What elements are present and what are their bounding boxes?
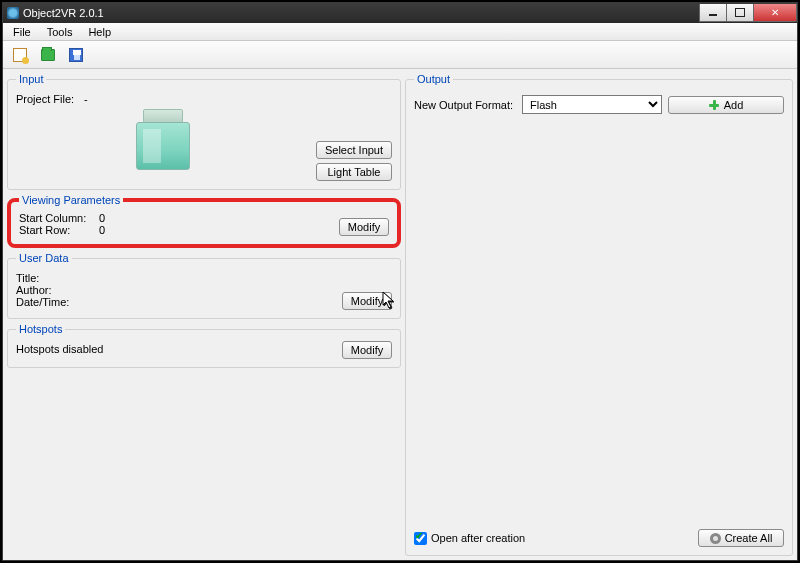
close-button[interactable] xyxy=(753,4,797,22)
start-row-label: Start Row: xyxy=(19,224,99,236)
hotspots-modify-button[interactable]: Modify xyxy=(342,341,392,359)
open-after-creation-label: Open after creation xyxy=(431,532,525,544)
userdata-datetime-label: Date/Time: xyxy=(16,296,69,308)
add-output-button[interactable]: Add xyxy=(668,96,784,114)
title-bar: Object2VR 2.0.1 xyxy=(3,3,797,23)
project-file-value: - xyxy=(84,93,88,105)
menu-help[interactable]: Help xyxy=(80,25,119,39)
new-file-icon xyxy=(13,48,27,62)
open-folder-icon xyxy=(41,49,55,61)
input-group: Input Project File: - xyxy=(7,73,401,190)
viewing-legend: Viewing Parameters xyxy=(19,194,123,206)
light-table-button[interactable]: Light Table xyxy=(316,163,392,181)
userdata-title-label: Title: xyxy=(16,272,39,284)
create-all-button[interactable]: Create All xyxy=(698,529,784,547)
menu-file[interactable]: File xyxy=(5,25,39,39)
toolbar xyxy=(3,41,797,69)
new-project-button[interactable] xyxy=(9,44,31,66)
open-project-button[interactable] xyxy=(37,44,59,66)
save-disk-icon xyxy=(69,48,83,62)
output-legend: Output xyxy=(414,73,453,85)
userdata-modify-button[interactable]: Modify xyxy=(342,292,392,310)
user-data-group: User Data Title: Author: Date/Time: Modi… xyxy=(7,252,401,319)
gear-icon xyxy=(710,533,721,544)
open-after-creation-input[interactable] xyxy=(414,532,427,545)
hotspots-disabled-text: Hotspots disabled xyxy=(16,343,103,355)
menu-bar: File Tools Help xyxy=(3,23,797,41)
input-preview-image xyxy=(133,109,193,179)
minimize-button[interactable] xyxy=(699,4,727,22)
app-icon xyxy=(7,7,19,19)
new-output-format-label: New Output Format: xyxy=(414,99,516,111)
open-after-creation-checkbox[interactable]: Open after creation xyxy=(414,532,525,545)
save-project-button[interactable] xyxy=(65,44,87,66)
userdata-legend: User Data xyxy=(16,252,72,264)
select-input-button[interactable]: Select Input xyxy=(316,141,392,159)
userdata-author-label: Author: xyxy=(16,284,51,296)
start-column-label: Start Column: xyxy=(19,212,99,224)
output-group: Output New Output Format: Flash Add xyxy=(405,73,793,556)
project-file-label: Project File: xyxy=(16,93,74,105)
window-title: Object2VR 2.0.1 xyxy=(23,7,700,19)
viewing-modify-button[interactable]: Modify xyxy=(339,218,389,236)
output-format-select[interactable]: Flash xyxy=(522,95,662,114)
hotspots-group: Hotspots Hotspots disabled Modify xyxy=(7,323,401,368)
maximize-button[interactable] xyxy=(726,4,754,22)
start-column-value: 0 xyxy=(99,212,159,224)
hotspots-legend: Hotspots xyxy=(16,323,65,335)
plus-icon xyxy=(709,100,719,110)
start-row-value: 0 xyxy=(99,224,159,236)
viewing-parameters-group: Viewing Parameters Start Column: 0 Start… xyxy=(7,194,401,248)
menu-tools[interactable]: Tools xyxy=(39,25,81,39)
input-legend: Input xyxy=(16,73,46,85)
